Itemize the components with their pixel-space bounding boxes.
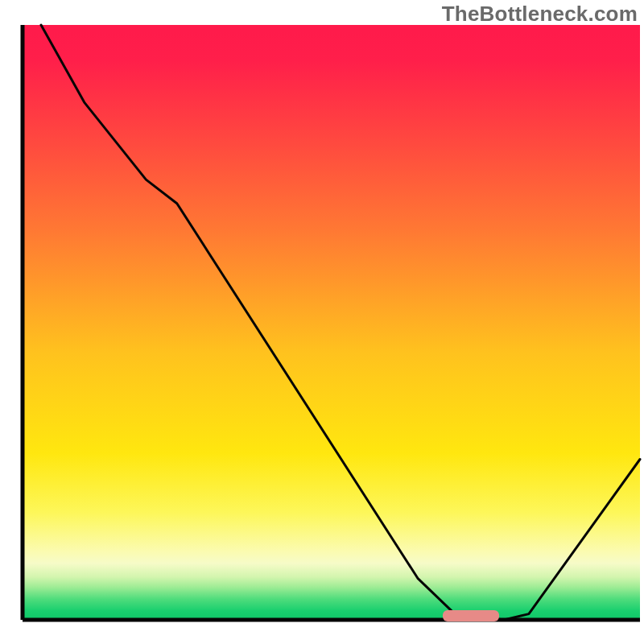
gradient-area: [23, 25, 640, 620]
chart-svg: [0, 0, 644, 644]
optimum-marker: [443, 610, 499, 621]
watermark-text: TheBottleneck.com: [442, 2, 638, 27]
bottleneck-chart: TheBottleneck.com: [0, 0, 644, 644]
